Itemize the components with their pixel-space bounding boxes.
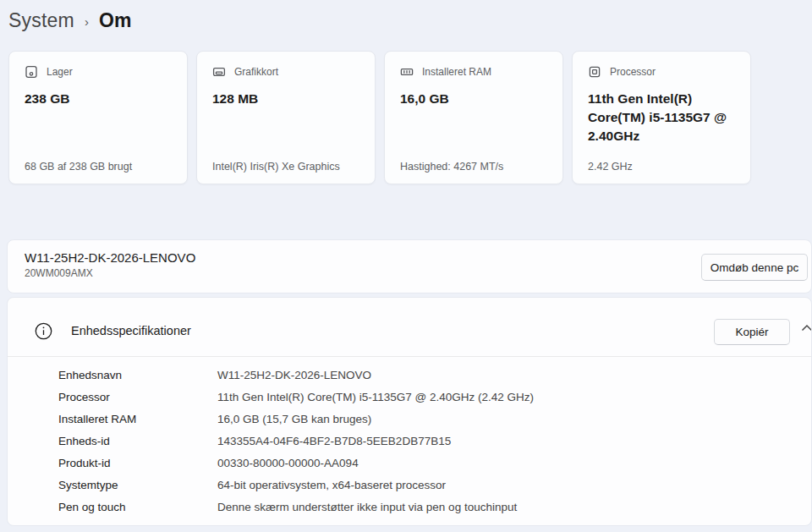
card-storage-header: Lager [25,65,173,79]
card-storage[interactable]: Lager 238 GB 68 GB af 238 GB brugt [8,51,188,184]
device-model: 20WM009AMX [25,267,811,279]
spec-label: Processor [58,391,217,403]
spec-row-device-id: Enheds-id 143355A4-04F6-4BF2-B7D8-5EEB2D… [8,430,811,452]
spec-value: 64-bit operativsystem, x64-baseret proce… [217,479,446,491]
spec-label: Produkt-id [58,457,217,469]
spec-row-device-name: Enhedsnavn W11-25H2-DK-2026-LENOVO [8,364,811,386]
card-processor-header: Processor [588,65,737,79]
spec-value: W11-25H2-DK-2026-LENOVO [217,369,371,381]
card-ram-label: Installeret RAM [422,66,491,78]
spec-row-system-type: Systemtype 64-bit operativsystem, x64-ba… [8,474,811,496]
card-storage-value: 238 GB [25,90,180,108]
spec-value: 11th Gen Intel(R) Core(TM) i5-1135G7 @ 2… [217,391,534,403]
chevron-up-icon[interactable] [800,321,812,335]
card-graphics[interactable]: Grafikkort 128 MB Intel(R) Iris(R) Xe Gr… [196,51,376,184]
spec-label: Systemtype [58,479,217,491]
card-storage-label: Lager [47,66,73,78]
storage-icon [25,65,38,79]
spec-row-installed-ram: Installeret RAM 16,0 GB (15,7 GB kan bru… [8,408,811,430]
summary-cards: Lager 238 GB 68 GB af 238 GB brugt Grafi… [8,51,751,184]
card-ram-header: Installeret RAM [400,65,549,79]
card-processor-value: 11th Gen Intel(R) Core(TM) i5-1135G7 @ 2… [588,90,743,145]
spec-rows: Enhedsnavn W11-25H2-DK-2026-LENOVO Proce… [8,357,811,518]
gpu-icon [212,65,226,79]
spec-value: Denne skærm understøtter ikke input via … [217,501,517,513]
breadcrumb-system[interactable]: System [8,9,74,32]
device-specifications-panel: Enhedsspecifikationer Kopiér Enhedsnavn … [7,297,812,526]
breadcrumb: System › Om [8,5,132,36]
cpu-icon [588,65,601,79]
card-processor-label: Processor [610,66,656,78]
device-name-panel: W11-25H2-DK-2026-LENOVO 20WM009AMX Omdøb… [7,239,812,293]
spec-value: 16,0 GB (15,7 GB kan bruges) [217,413,371,425]
copy-button[interactable]: Kopiér [714,319,790,345]
card-graphics-header: Grafikkort [212,65,361,79]
settings-about-page: System › Om Lager 238 GB 68 GB af 238 GB… [0,0,812,532]
card-ram-detail: Hastighed: 4267 MT/s [400,161,503,173]
spec-label: Enhedsnavn [58,369,217,381]
ram-icon [400,65,414,79]
spec-row-processor: Processor 11th Gen Intel(R) Core(TM) i5-… [8,386,811,408]
card-processor-detail: 2.42 GHz [588,161,633,173]
spec-label: Pen og touch [58,501,217,513]
card-graphics-value: 128 MB [212,90,368,108]
card-storage-detail: 68 GB af 238 GB brugt [25,161,132,173]
spec-label: Enheds-id [58,435,217,447]
spec-label: Installeret RAM [58,413,217,425]
card-processor[interactable]: Processor 11th Gen Intel(R) Core(TM) i5-… [572,51,751,184]
spec-value: 143355A4-04F6-4BF2-B7D8-5EEB2DB77B15 [217,435,451,447]
card-graphics-detail: Intel(R) Iris(R) Xe Graphics [212,161,340,173]
page-title: Om [99,9,132,32]
device-specifications-header[interactable]: Enhedsspecifikationer Kopiér [8,298,811,357]
card-ram-value: 16,0 GB [400,90,556,108]
chevron-right-icon: › [85,12,89,29]
card-ram[interactable]: Installeret RAM 16,0 GB Hastighed: 4267 … [384,51,563,184]
spec-row-product-id: Produkt-id 00330-80000-00000-AA094 [8,452,811,474]
spec-row-pen-touch: Pen og touch Denne skærm understøtter ik… [8,496,811,518]
info-icon [35,322,52,340]
rename-pc-button[interactable]: Omdøb denne pc [701,254,808,281]
device-specifications-title: Enhedsspecifikationer [71,324,191,337]
card-graphics-label: Grafikkort [234,66,278,78]
spec-value: 00330-80000-00000-AA094 [217,457,359,469]
device-name: W11-25H2-DK-2026-LENOVO [25,250,811,265]
